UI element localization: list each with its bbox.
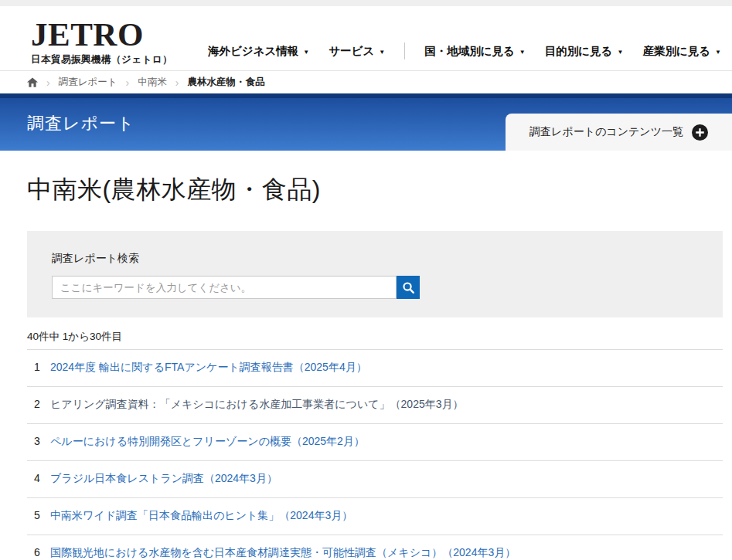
item-number: 2 [27, 398, 50, 410]
list-item: 3 ペルーにおける特別開発区とフリーゾーンの概要（2025年2月） [27, 424, 723, 461]
breadcrumb-separator-icon: › [126, 77, 130, 88]
global-nav: 海外ビジネス情報 ▼ サービス ▼ 国・地域別に見る ▼ 目的別に見る ▼ 産業… [208, 42, 721, 59]
banner-title: 調査レポート [27, 112, 135, 135]
page-title: 中南米(農林水産物・食品) [27, 173, 723, 207]
section-banner: 調査レポート 調査レポートのコンテンツ一覧 [0, 93, 732, 151]
breadcrumb-separator-icon: › [175, 77, 179, 88]
nav-label: 産業別に見る [642, 44, 710, 59]
contents-list-button[interactable]: 調査レポートのコンテンツ一覧 [506, 114, 732, 151]
report-search-section: 調査レポート検索 [27, 231, 723, 317]
search-label: 調査レポート検索 [52, 252, 698, 266]
report-link[interactable]: 中南米ワイド調査「日本食品輸出のヒント集」（2024年3月） [50, 509, 352, 523]
report-list: 1 2024年度 輸出に関するFTAアンケート調査報告書（2025年4月） 2 … [27, 349, 723, 560]
plus-icon [692, 124, 708, 141]
breadcrumb-link-latin-america[interactable]: 中南米 [138, 76, 167, 89]
list-item: 5 中南米ワイド調査「日本食品輸出のヒント集」（2024年3月） [27, 498, 723, 535]
jetro-logo[interactable]: JETRO 日本貿易振興機構（ジェトロ） [31, 19, 172, 66]
list-item: 6 国際観光地における水産物を含む日本産食材調達実態・可能性調査（メキシコ）（2… [27, 535, 723, 560]
search-icon [402, 281, 415, 294]
chevron-down-icon: ▼ [379, 49, 385, 56]
chevron-down-icon: ▼ [617, 49, 623, 56]
site-header: JETRO 日本貿易振興機構（ジェトロ） 海外ビジネス情報 ▼ サービス ▼ 国… [0, 6, 732, 70]
nav-item-overseas-business[interactable]: 海外ビジネス情報 ▼ [208, 44, 309, 59]
top-strip [0, 0, 732, 6]
item-number: 5 [27, 509, 50, 521]
item-number: 6 [27, 546, 50, 558]
nav-item-by-country[interactable]: 国・地域別に見る ▼ [424, 44, 526, 59]
list-item: 2 ヒアリング調査資料：「メキシコにおける水産加工事業者について」（2025年3… [27, 387, 723, 424]
nav-label: 海外ビジネス情報 [208, 44, 298, 59]
report-link[interactable]: ブラジル日本食レストラン調査（2024年3月） [50, 472, 277, 486]
report-link[interactable]: ヒアリング調査資料：「メキシコにおける水産加工事業者について」（2025年3月） [50, 398, 464, 412]
breadcrumb-current: 農林水産物・食品 [187, 76, 264, 89]
breadcrumb: › 調査レポート › 中南米 › 農林水産物・食品 [0, 70, 732, 93]
nav-item-by-industry[interactable]: 産業別に見る ▼ [642, 44, 721, 59]
search-button[interactable] [397, 276, 420, 299]
item-number: 4 [27, 472, 50, 484]
search-row [52, 276, 698, 299]
breadcrumb-separator-icon: › [46, 77, 50, 88]
nav-label: 目的別に見る [545, 44, 613, 59]
report-link[interactable]: 国際観光地における水産物を含む日本産食材調達実態・可能性調査（メキシコ）（202… [50, 546, 516, 560]
logo-text: JETRO [31, 19, 172, 51]
contents-list-label: 調査レポートのコンテンツ一覧 [529, 125, 683, 139]
nav-item-services[interactable]: サービス ▼ [329, 44, 385, 59]
nav-label: 国・地域別に見る [424, 44, 515, 59]
item-number: 3 [27, 435, 50, 447]
home-icon[interactable] [27, 77, 38, 87]
chevron-down-icon: ▼ [715, 49, 721, 56]
result-count: 40件中 1から30件目 [27, 330, 723, 344]
chevron-down-icon: ▼ [303, 49, 309, 56]
logo-tagline: 日本貿易振興機構（ジェトロ） [31, 53, 172, 66]
report-link[interactable]: ペルーにおける特別開発区とフリーゾーンの概要（2025年2月） [50, 435, 365, 449]
item-number: 1 [27, 361, 50, 373]
nav-label: サービス [329, 44, 374, 59]
main-content: 中南米(農林水産物・食品) 調査レポート検索 40件中 1から30件目 1 20… [0, 173, 732, 560]
chevron-down-icon: ▼ [519, 49, 526, 56]
list-item: 1 2024年度 輸出に関するFTAアンケート調査報告書（2025年4月） [27, 350, 723, 387]
report-link[interactable]: 2024年度 輸出に関するFTAアンケート調査報告書（2025年4月） [50, 361, 367, 375]
list-item: 4 ブラジル日本食レストラン調査（2024年3月） [27, 461, 723, 498]
breadcrumb-link-reports[interactable]: 調査レポート [59, 76, 117, 89]
nav-divider [404, 42, 405, 59]
search-input[interactable] [52, 276, 397, 299]
nav-item-by-purpose[interactable]: 目的別に見る ▼ [545, 44, 624, 59]
